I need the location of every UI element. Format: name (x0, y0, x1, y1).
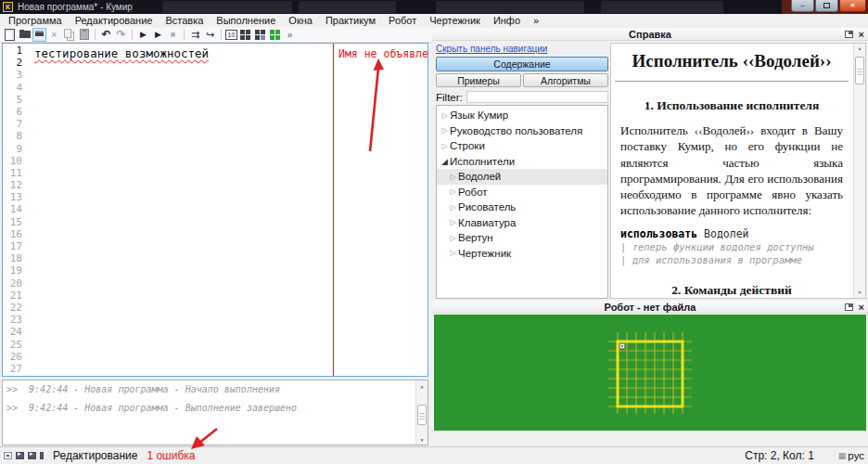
expand-icon[interactable]: ▷ (440, 142, 450, 150)
tree-item-label: Исполнители (450, 156, 515, 167)
scrollbar-thumb[interactable] (417, 405, 427, 425)
code-comment: | теперь функции водолея доступны (620, 240, 843, 253)
expand-icon[interactable]: ▷ (440, 126, 450, 135)
robot-window-icon[interactable] (268, 28, 282, 42)
expand-icon[interactable]: ▷ (440, 111, 450, 120)
scroll-down-icon[interactable]: ▼ (854, 288, 865, 298)
expand-icon[interactable]: ▷ (448, 234, 458, 242)
tree-item[interactable]: ▷Робот (437, 185, 607, 200)
background-tab (162, 1, 292, 13)
menu-item[interactable]: Практикум (319, 15, 382, 26)
help-section-2-title: 2. Команды действий (620, 283, 843, 298)
redo-icon[interactable]: ↷ (114, 28, 128, 42)
tree-item[interactable]: ▷Вертун (437, 230, 607, 246)
menu-item[interactable]: Окна (282, 15, 319, 26)
keyboard-layout: рус (848, 450, 864, 461)
close-panel-icon[interactable]: × (859, 303, 864, 313)
code-line-1[interactable]: тестирование возможностей (34, 46, 209, 60)
copy-icon[interactable] (62, 28, 76, 42)
text-io-window-icon[interactable]: 10 (225, 30, 237, 40)
robot-field[interactable] (434, 315, 866, 431)
line-number: 16 (3, 228, 27, 240)
menu-item[interactable]: Программа (2, 15, 69, 26)
tree-item[interactable]: ▷Строки (437, 138, 607, 154)
scroll-up-icon[interactable]: ▲ (416, 380, 428, 391)
tree-item-label: Клавиатура (458, 217, 516, 228)
dock-bottom-icon[interactable] (28, 452, 36, 459)
close-panel-icon[interactable]: × (859, 30, 864, 40)
expand-icon[interactable]: ▷ (448, 218, 458, 226)
filter-input[interactable] (466, 91, 608, 103)
step-over-icon[interactable]: ⇉ (188, 28, 202, 42)
help-scrollbar[interactable]: ▲ ▼ (853, 44, 865, 298)
tree-item[interactable]: ▷Язык Кумир (437, 108, 607, 123)
tree-item[interactable]: ▷Чертежник (437, 246, 607, 262)
toolbar-overflow-icon[interactable]: » (283, 28, 297, 42)
dock-side-icon[interactable] (40, 452, 44, 459)
keyboard-icon: ▦ (838, 451, 847, 460)
open-program-icon[interactable] (18, 28, 32, 42)
run-icon[interactable]: ▶ (136, 28, 150, 42)
tree-item[interactable]: ▷Клавиатура (437, 215, 607, 231)
collapse-icon[interactable]: ◢ (440, 157, 450, 166)
error-message: Имя не объявле (338, 47, 428, 60)
undock-icon[interactable] (845, 303, 853, 311)
picture-window-icon[interactable] (253, 28, 267, 42)
help-panel-titlebar: Справка × (432, 28, 868, 41)
line-number: 22 (3, 302, 27, 314)
run-blind-icon[interactable]: ▶ (151, 28, 165, 42)
maximize-button[interactable] (815, 0, 838, 12)
cut-icon[interactable]: × (47, 28, 61, 42)
help-tree: ▷Язык Кумир▷Руководство пользователя▷Стр… (436, 105, 608, 299)
tree-item-label: Рисователь (458, 201, 516, 213)
expand-icon[interactable]: ▷ (448, 187, 458, 196)
expand-icon[interactable]: ▷ (448, 173, 458, 181)
line-number: 6 (3, 106, 27, 118)
tab-contents[interactable]: Содержание (436, 57, 608, 71)
menu-item[interactable]: Вставка (159, 15, 210, 26)
hide-navigation-link[interactable]: Скрыть панель навигации (436, 44, 608, 54)
menu-item[interactable]: Робот (382, 15, 423, 26)
console-scrollbar[interactable]: ▲ ▼ (415, 380, 428, 445)
undo-icon[interactable]: ↶ (99, 28, 113, 42)
console-toggle-icon[interactable] (4, 452, 12, 459)
tree-item[interactable]: ▷Водолей (437, 169, 607, 185)
help-content: Исполнитель ‹‹Водолей›› 1. Использование… (610, 43, 866, 299)
tree-item[interactable]: ▷Руководство пользователя (437, 123, 607, 139)
tree-item[interactable]: ▷Рисователь (437, 200, 607, 215)
code-editor[interactable]: 1234567891011121314151617181920212223242… (2, 43, 428, 377)
tab-algorithms[interactable]: Алгоритмы (523, 73, 608, 87)
stop-icon[interactable]: ■ (166, 28, 180, 42)
new-program-icon[interactable] (3, 28, 17, 42)
save-program-icon[interactable] (32, 28, 46, 42)
menu-item[interactable]: Чертежник (423, 15, 487, 26)
dock-right-icon[interactable] (16, 452, 24, 459)
line-number: 19 (3, 264, 27, 277)
variables-window-icon[interactable] (238, 28, 252, 42)
scroll-up-icon[interactable]: ▲ (854, 44, 865, 54)
annotation-arrow-up (363, 57, 389, 157)
window-title: Новая программа* - Кумир (18, 2, 133, 12)
error-margin-divider (333, 44, 334, 376)
robot-field-grid (607, 331, 693, 415)
line-number: 1 (3, 45, 27, 57)
paste-icon[interactable] (77, 28, 91, 42)
menu-item[interactable]: Выполнение (210, 15, 282, 26)
background-tab (299, 1, 396, 13)
menu-item[interactable]: Инфо (487, 15, 527, 26)
line-number: 24 (3, 326, 27, 338)
scroll-down-icon[interactable]: ▼ (416, 434, 428, 445)
line-number: 17 (3, 240, 27, 252)
menu-item[interactable]: » (527, 15, 545, 26)
close-button[interactable]: × (839, 0, 866, 12)
scrollbar-thumb[interactable] (855, 57, 864, 84)
undock-icon[interactable] (845, 31, 853, 38)
expand-icon[interactable]: ▷ (448, 249, 458, 257)
robot-panel-titlebar: Робот - нет файла × (432, 301, 868, 314)
minimize-button[interactable]: – (791, 0, 814, 12)
tab-examples[interactable]: Примеры (436, 73, 521, 87)
tree-item[interactable]: ◢Исполнители (437, 154, 607, 170)
step-into-icon[interactable]: ↪ (203, 28, 217, 42)
menu-item[interactable]: Редактирование (69, 15, 160, 26)
expand-icon[interactable]: ▷ (448, 203, 458, 212)
